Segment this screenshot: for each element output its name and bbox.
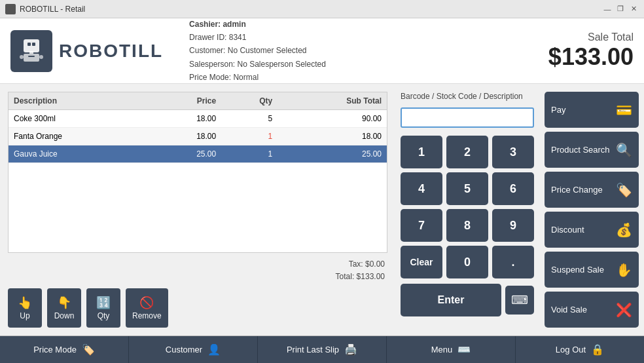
product-search-button-icon: 🔍: [616, 142, 632, 158]
drawer-line: Drawer ID: 8341: [189, 31, 548, 44]
keyboard-button[interactable]: ⌨: [505, 286, 534, 315]
minimize-button[interactable]: —: [602, 4, 613, 14]
app-icon: [5, 4, 16, 14]
num-0-button[interactable]: 0: [446, 246, 488, 278]
cell-qty: 1: [221, 128, 277, 145]
pay-button-icon: 💳: [616, 102, 632, 118]
svg-rect-2: [32, 43, 35, 46]
cell-price: 18.00: [149, 128, 221, 145]
down-button[interactable]: 👇Down: [47, 288, 81, 328]
price-mode-button-icon: 🏷️: [82, 343, 95, 356]
cell-qty: 5: [221, 110, 277, 128]
enter-button[interactable]: Enter: [401, 284, 501, 316]
svg-rect-0: [24, 39, 39, 52]
sale-total-amount: $133.00: [548, 43, 634, 71]
void-sale-button[interactable]: Void Sale❌: [545, 292, 639, 328]
up-button[interactable]: 👆Up: [8, 288, 42, 328]
print-slip-button[interactable]: Print Last Slip🖨️: [258, 336, 387, 363]
barcode-input-wrapper: [401, 107, 534, 128]
bottom-bar: Price Mode🏷️Customer👤Print Last Slip🖨️Me…: [0, 335, 644, 363]
app-title: ROBOTILL - Retail: [20, 5, 85, 14]
discount-button[interactable]: Discount💰: [545, 212, 639, 248]
window-controls[interactable]: — ❐ ✕: [602, 4, 639, 14]
logout-button-icon: 🔒: [591, 343, 604, 356]
clear-button[interactable]: Clear: [401, 246, 442, 278]
price-mode-button[interactable]: Price Mode🏷️: [0, 336, 129, 363]
cell-subtotal: 25.00: [277, 145, 387, 163]
suspend-sale-button-icon: ✋: [616, 262, 632, 278]
num-1-button[interactable]: 1: [401, 136, 442, 168]
customer-button-icon: 👤: [207, 343, 221, 356]
customer-line: Customer: No Customer Selected: [189, 44, 548, 57]
svg-rect-3: [24, 54, 39, 62]
print-slip-button-icon: 🖨️: [344, 343, 357, 356]
app-body: ROBOTILL Cashier: admin Drawer ID: 8341 …: [0, 18, 644, 363]
title-area: ROBOTILL - Retail: [5, 4, 85, 14]
barcode-input[interactable]: [401, 107, 534, 128]
suspend-sale-button[interactable]: Suspend Sale✋: [545, 252, 639, 288]
num-3-button[interactable]: 3: [492, 136, 534, 168]
cell-price: 25.00: [149, 145, 221, 163]
header: ROBOTILL Cashier: admin Drawer ID: 8341 …: [0, 18, 644, 84]
customer-button[interactable]: Customer👤: [129, 336, 258, 363]
table-row[interactable]: Gauva Juice 25.00 1 25.00: [9, 145, 387, 163]
svg-rect-1: [27, 43, 31, 46]
col-description: Description: [9, 92, 149, 110]
table-row[interactable]: Fanta Orange 18.00 1 18.00: [9, 128, 387, 145]
num-4-button[interactable]: 4: [401, 172, 442, 205]
num-6-button[interactable]: 6: [492, 172, 534, 205]
qty-button[interactable]: 🔢Qty: [86, 288, 120, 328]
content-area: Description Price Qty Sub Total Coke 300…: [0, 84, 644, 335]
num-9-button[interactable]: 9: [492, 209, 534, 242]
cell-description: Coke 300ml: [9, 110, 149, 128]
menu-button[interactable]: Menu⌨️: [387, 336, 516, 363]
num-7-button[interactable]: 7: [401, 209, 442, 242]
dot-button[interactable]: .: [492, 246, 534, 278]
svg-rect-7: [39, 55, 43, 59]
price-change-button-icon: 🏷️: [616, 182, 632, 198]
cell-description: Gauva Juice: [9, 145, 149, 163]
qty-button-icon: 🔢: [96, 296, 111, 310]
right-panel: Pay💳Product Search🔍Price Change🏷️Discoun…: [539, 84, 644, 335]
menu-button-icon: ⌨️: [457, 343, 471, 356]
logo-area: ROBOTILL: [10, 30, 163, 72]
col-subtotal: Sub Total: [277, 92, 387, 110]
down-button-icon: 👇: [57, 296, 71, 310]
cell-subtotal: 90.00: [277, 110, 387, 128]
num-2-button[interactable]: 2: [446, 136, 488, 168]
col-price: Price: [149, 92, 221, 110]
cell-qty: 1: [221, 145, 277, 163]
svg-rect-6: [20, 55, 24, 59]
cell-subtotal: 18.00: [277, 128, 387, 145]
enter-row: Enter ⌨: [401, 284, 534, 316]
svg-rect-5: [29, 51, 33, 54]
cell-description: Fanta Orange: [9, 128, 149, 145]
logo-icon: [10, 30, 52, 72]
left-panel: Description Price Qty Sub Total Coke 300…: [0, 84, 395, 335]
tax-line: Tax: $0.00: [8, 258, 385, 271]
remove-button-icon: 🚫: [139, 296, 154, 310]
total-line: Total: $133.00: [8, 271, 385, 283]
num-5-button[interactable]: 5: [446, 172, 488, 205]
table-row[interactable]: Coke 300ml 18.00 5 90.00: [9, 110, 387, 128]
logout-button[interactable]: Log Out🔒: [516, 336, 644, 363]
salesperson-line: Salesperson: No Salesperson Selected: [189, 58, 548, 71]
cashier-info: Cashier: admin Drawer ID: 8341 Customer:…: [189, 18, 548, 85]
cashier-line: Cashier: admin: [189, 18, 548, 31]
close-button[interactable]: ✕: [628, 4, 639, 14]
numpad: 123456789Clear0.: [401, 136, 534, 278]
num-8-button[interactable]: 8: [446, 209, 488, 242]
sale-total-area: Sale Total $133.00: [548, 31, 634, 71]
product-search-button[interactable]: Product Search🔍: [545, 132, 639, 168]
logo-text: ROBOTILL: [59, 41, 163, 62]
svg-rect-4: [28, 56, 35, 57]
titlebar: ROBOTILL - Retail — ❐ ✕: [0, 0, 644, 18]
pay-button[interactable]: Pay💳: [545, 92, 639, 128]
void-sale-button-icon: ❌: [616, 302, 632, 318]
mid-panel: Barcode / Stock Code / Description 12345…: [395, 84, 539, 335]
up-button-icon: 👆: [18, 296, 32, 310]
remove-button[interactable]: 🚫Remove: [126, 288, 168, 328]
maximize-button[interactable]: ❐: [615, 4, 626, 14]
barcode-label: Barcode / Stock Code / Description: [401, 92, 534, 101]
price-change-button[interactable]: Price Change🏷️: [545, 172, 639, 208]
